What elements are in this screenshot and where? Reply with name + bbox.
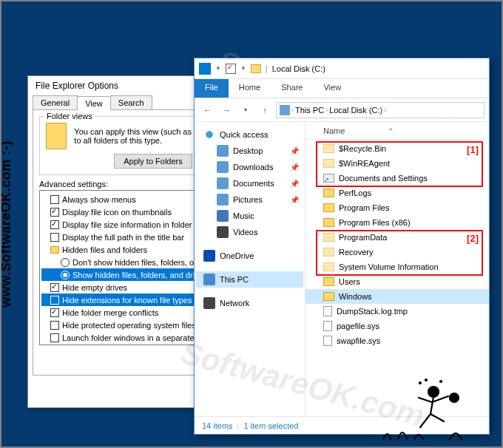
sort-asc-icon: ^ [389, 127, 392, 135]
item-name: $Recycle.Bin [339, 144, 386, 153]
opt-label: Display file icon on thumbnails [62, 208, 172, 217]
file-icon [323, 336, 332, 346]
folder-icon [323, 292, 334, 301]
apply-to-folders-button[interactable]: Apply to Folders [114, 154, 192, 169]
opt-label: Display file size information in folder … [62, 220, 207, 229]
item-name: $WinREAgent [339, 159, 390, 168]
item-name: Program Files (x86) [339, 218, 411, 227]
status-separator: | [237, 421, 240, 430]
list-item[interactable]: ProgramData [305, 230, 489, 245]
list-item[interactable]: Program Files (x86) [305, 215, 489, 230]
nav-downloads[interactable]: Downloads📌 [196, 159, 303, 175]
chevron-right-icon[interactable]: › [325, 106, 328, 114]
crumb-local-disk[interactable]: Local Disk (C:) [329, 106, 382, 115]
file-list: Name ^ $Recycle.Bin $WinREAgent Document… [305, 122, 489, 416]
folder-views-legend: Folder views [44, 112, 95, 121]
tab-view[interactable]: View [77, 96, 111, 110]
folder-icon [323, 203, 334, 212]
videos-icon [217, 226, 229, 238]
nav-desktop[interactable]: Desktop📌 [196, 143, 303, 159]
this-pc-icon [203, 274, 215, 285]
tab-search[interactable]: Search [110, 95, 152, 109]
list-item[interactable]: System Volume Information [305, 259, 489, 274]
network-icon [203, 297, 215, 309]
folder-icon [323, 159, 334, 168]
list-item[interactable]: Documents and Settings [305, 171, 489, 186]
list-item[interactable]: Program Files [305, 200, 489, 215]
list-item-selected[interactable]: Windows [305, 289, 489, 304]
opt-label: Show hidden files, folders, and drives [72, 271, 207, 279]
nav-label: This PC [220, 275, 249, 284]
nav-label: Network [220, 299, 249, 308]
item-name: Program Files [339, 203, 389, 212]
list-item[interactable]: DumpStack.log.tmp [305, 304, 489, 319]
status-selected: 1 item selected [243, 421, 298, 430]
nav-pictures[interactable]: Pictures📌 [196, 191, 303, 208]
opt-label: Display the full path in the title bar [62, 233, 184, 242]
crumb-this-pc[interactable]: This PC [295, 106, 324, 115]
ribbon-tab-file[interactable]: File [195, 79, 229, 98]
folder-icon [323, 218, 334, 227]
nav-label: Pictures [233, 195, 263, 204]
pictures-icon [217, 194, 229, 206]
ribbon-tab-home[interactable]: Home [229, 79, 271, 98]
item-name: DumpStack.log.tmp [337, 307, 408, 316]
qat-properties-icon[interactable] [199, 63, 211, 75]
nav-up-icon[interactable]: ↑ [257, 102, 273, 118]
nav-label: Downloads [233, 163, 273, 172]
chevron-right-icon[interactable]: › [384, 106, 386, 114]
pin-icon: 📌 [290, 180, 299, 188]
column-header-name[interactable]: Name ^ [305, 122, 489, 140]
folder-icon [323, 233, 334, 242]
nav-forward-icon[interactable]: → [218, 102, 234, 118]
navigation-pane: Quick access Desktop📌 Downloads📌 Documen… [195, 122, 305, 416]
qat-dropdown-icon[interactable]: ▼ [215, 65, 221, 72]
opt-label: Hidden files and folders [62, 245, 147, 254]
opt-label: Hide empty drives [62, 283, 127, 292]
onedrive-icon [203, 250, 215, 262]
nav-label: Music [233, 211, 254, 220]
nav-documents[interactable]: Documents📌 [196, 175, 303, 191]
pin-icon: 📌 [290, 163, 299, 172]
nav-recent-icon[interactable]: ▾ [237, 102, 254, 118]
qat-checkbox-icon[interactable] [226, 64, 236, 74]
nav-network[interactable]: Network [196, 295, 303, 311]
list-item[interactable]: $Recycle.Bin [305, 141, 489, 156]
documents-icon [217, 177, 229, 189]
item-name: PerfLogs [339, 189, 371, 197]
nav-label: Videos [233, 228, 257, 237]
music-icon [217, 210, 229, 222]
explorer-titlebar: ▼ ▼ | Local Disk (C:) [195, 58, 489, 79]
list-item[interactable]: swapfile.sys [305, 333, 489, 348]
nav-back-icon[interactable]: ← [199, 102, 215, 118]
qat-dropdown-icon-2[interactable]: ▼ [240, 65, 246, 72]
tab-general[interactable]: General [33, 95, 78, 109]
folder-icon [323, 262, 334, 271]
item-name: swapfile.sys [337, 336, 380, 345]
list-item[interactable]: Recovery [305, 245, 489, 259]
ribbon-tab-view[interactable]: View [313, 79, 351, 98]
nav-music[interactable]: Music [196, 208, 303, 224]
nav-videos[interactable]: Videos [196, 224, 303, 240]
list-item[interactable]: $WinREAgent [305, 156, 489, 171]
nav-onedrive[interactable]: OneDrive [196, 248, 303, 264]
chevron-right-icon[interactable]: › [291, 106, 294, 114]
breadcrumb[interactable]: › This PC › Local Disk (C:) › [276, 102, 485, 118]
drive-icon [251, 64, 261, 73]
ribbon-tab-share[interactable]: Share [271, 79, 313, 98]
list-item[interactable]: Users [305, 274, 489, 289]
nav-this-pc[interactable]: This PC [196, 271, 303, 288]
title-sep: | [266, 64, 268, 73]
list-item[interactable]: PerfLogs [305, 186, 489, 200]
list-item[interactable]: pagefile.sys [305, 319, 489, 333]
opt-label: Always show menus [62, 195, 136, 204]
item-name: Documents and Settings [339, 174, 428, 183]
ribbon: File Home Share View [195, 79, 489, 98]
folder-icon [46, 123, 67, 149]
item-name: Recovery [339, 248, 373, 257]
nav-quick-access[interactable]: Quick access [196, 126, 303, 143]
nav-label: Documents [233, 179, 274, 188]
file-icon [323, 306, 332, 316]
this-pc-icon [280, 105, 290, 115]
header-label: Name [323, 126, 345, 135]
